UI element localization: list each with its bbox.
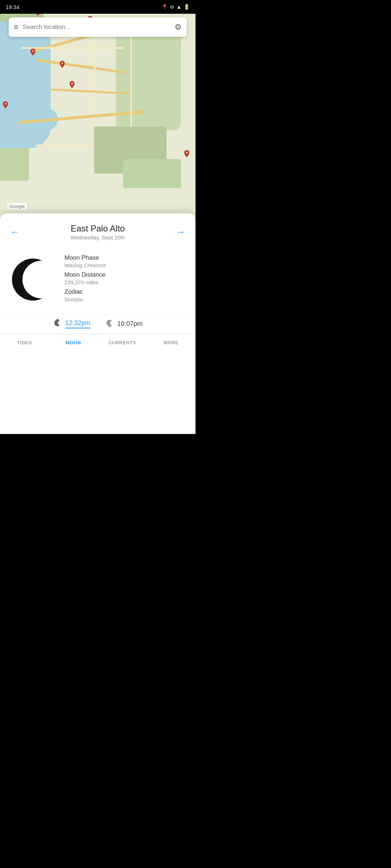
tab-moon[interactable]: MOON: [49, 339, 98, 347]
status-time: 19:34: [6, 4, 20, 10]
zodiac-label: Zodiac: [64, 288, 187, 295]
moon-distance-label: Moon Distance: [64, 271, 187, 278]
location-date: Wednesday, Sept 20th: [21, 234, 175, 241]
moon-phase-label: Moon Phase: [64, 254, 187, 261]
moon-content: Moon Phase Waxing Crescent Moon Distance…: [0, 245, 196, 314]
status-icons: 📍 ⊖ ▲ 🔋: [161, 4, 190, 10]
bottom-sheet: ← East Palo Alto Wednesday, Sept 20th → …: [0, 213, 196, 434]
tab-tides[interactable]: TIDES: [0, 339, 49, 347]
search-input[interactable]: [23, 24, 175, 31]
wifi-icon: ▲: [176, 4, 181, 10]
status-bar: 19:34 📍 ⊖ ▲ 🔋: [0, 0, 196, 14]
moonrise-svg: [53, 319, 62, 327]
map-pin-left[interactable]: [2, 101, 9, 110]
search-bar: ≡ ⚙: [9, 17, 187, 37]
dnd-icon: ⊖: [170, 4, 174, 10]
location-info: East Palo Alto Wednesday, Sept 20th: [21, 224, 175, 241]
location-name: East Palo Alto: [21, 224, 175, 234]
moonset-icon: [105, 319, 114, 329]
bottom-tabs: TIDES MOON CURRENTS MORE: [0, 334, 196, 353]
moon-phase-value: Waxing Crescent: [64, 262, 187, 268]
menu-icon[interactable]: ≡: [14, 22, 18, 32]
tab-more[interactable]: MORE: [147, 339, 196, 347]
moonrise-time: 12:32pm: [65, 319, 91, 328]
moonset-svg: [105, 319, 114, 327]
moonrise-icon: [53, 319, 62, 329]
prev-arrow[interactable]: ←: [9, 225, 21, 239]
map-pin[interactable]: [30, 48, 36, 57]
moonrise-item[interactable]: 12:32pm: [53, 319, 91, 329]
map-pin-right[interactable]: [184, 150, 190, 159]
moon-distance-value: 239,370 miles: [64, 279, 187, 285]
moonset-item[interactable]: 10:07pm: [105, 319, 143, 329]
moonset-time: 10:07pm: [117, 320, 143, 328]
location-header: ← East Palo Alto Wednesday, Sept 20th →: [0, 213, 196, 245]
settings-icon[interactable]: ⚙: [175, 22, 182, 32]
battery-icon: 🔋: [184, 4, 190, 10]
moon-graphic: [9, 256, 56, 303]
time-row: 12:32pm 10:07pm: [0, 314, 196, 334]
tab-currents[interactable]: CURRENTS: [98, 339, 147, 347]
next-arrow[interactable]: →: [175, 225, 187, 239]
moon-details: Moon Phase Waxing Crescent Moon Distance…: [64, 251, 187, 302]
map-pin[interactable]: [69, 81, 75, 90]
location-icon: 📍: [161, 4, 168, 10]
moon-visual: [6, 251, 60, 309]
zodiac-value: Scorpio: [64, 296, 187, 302]
google-logo: Google: [7, 203, 27, 210]
map-pin[interactable]: [59, 61, 66, 69]
